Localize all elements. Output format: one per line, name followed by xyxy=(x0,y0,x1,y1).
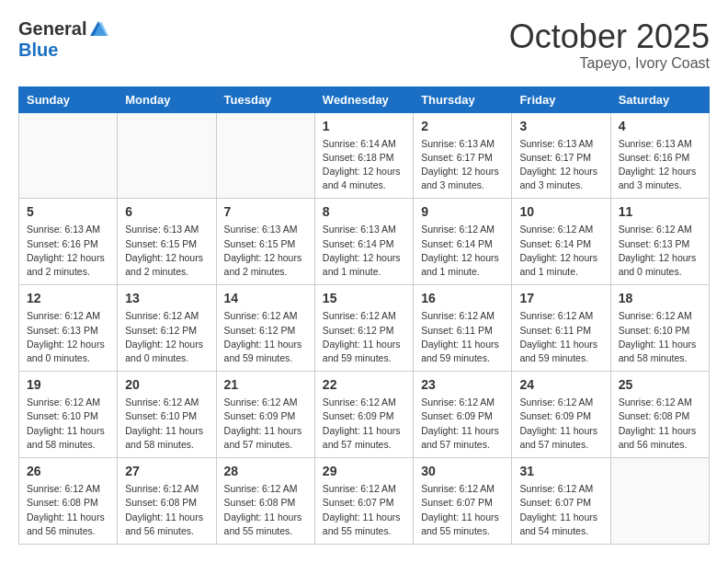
calendar-cell xyxy=(216,112,314,199)
logo: General Blue xyxy=(18,18,108,61)
location: Tapeyo, Ivory Coast xyxy=(509,55,710,72)
calendar-week-5: 26Sunrise: 6:12 AM Sunset: 6:08 PM Dayli… xyxy=(19,458,710,545)
logo-blue-text: Blue xyxy=(18,40,58,61)
day-info: Sunrise: 6:12 AM Sunset: 6:08 PM Dayligh… xyxy=(27,482,109,538)
calendar-cell: 11Sunrise: 6:12 AM Sunset: 6:13 PM Dayli… xyxy=(610,199,709,285)
day-number: 22 xyxy=(323,377,405,392)
calendar-cell: 19Sunrise: 6:12 AM Sunset: 6:10 PM Dayli… xyxy=(19,372,118,458)
calendar-cell: 9Sunrise: 6:12 AM Sunset: 6:14 PM Daylig… xyxy=(414,199,512,285)
day-number: 20 xyxy=(125,377,208,392)
calendar-cell: 29Sunrise: 6:12 AM Sunset: 6:07 PM Dayli… xyxy=(314,458,413,545)
calendar-cell xyxy=(118,112,216,199)
day-info: Sunrise: 6:12 AM Sunset: 6:09 PM Dayligh… xyxy=(224,396,307,452)
day-info: Sunrise: 6:13 AM Sunset: 6:16 PM Dayligh… xyxy=(619,137,701,193)
day-number: 9 xyxy=(421,204,504,219)
day-number: 6 xyxy=(125,204,208,219)
calendar-cell: 21Sunrise: 6:12 AM Sunset: 6:09 PM Dayli… xyxy=(216,372,314,458)
calendar-cell: 24Sunrise: 6:12 AM Sunset: 6:09 PM Dayli… xyxy=(512,372,610,458)
calendar-cell: 30Sunrise: 6:12 AM Sunset: 6:07 PM Dayli… xyxy=(414,458,512,545)
calendar-cell: 18Sunrise: 6:12 AM Sunset: 6:10 PM Dayli… xyxy=(610,285,709,372)
day-number: 15 xyxy=(323,291,405,305)
logo-icon xyxy=(88,19,108,40)
day-info: Sunrise: 6:12 AM Sunset: 6:08 PM Dayligh… xyxy=(125,482,208,538)
day-number: 19 xyxy=(27,377,109,392)
calendar-cell: 2Sunrise: 6:13 AM Sunset: 6:17 PM Daylig… xyxy=(414,112,512,199)
calendar-cell: 10Sunrise: 6:12 AM Sunset: 6:14 PM Dayli… xyxy=(512,199,610,285)
day-info: Sunrise: 6:12 AM Sunset: 6:10 PM Dayligh… xyxy=(125,396,208,452)
day-info: Sunrise: 6:13 AM Sunset: 6:17 PM Dayligh… xyxy=(421,137,504,193)
day-info: Sunrise: 6:12 AM Sunset: 6:10 PM Dayligh… xyxy=(27,396,109,452)
day-number: 16 xyxy=(421,291,504,305)
day-number: 26 xyxy=(27,464,109,478)
calendar-cell: 26Sunrise: 6:12 AM Sunset: 6:08 PM Dayli… xyxy=(19,458,118,545)
day-info: Sunrise: 6:12 AM Sunset: 6:07 PM Dayligh… xyxy=(323,482,405,538)
calendar-cell: 13Sunrise: 6:12 AM Sunset: 6:12 PM Dayli… xyxy=(118,285,216,372)
day-number: 21 xyxy=(224,377,307,392)
logo-general-text: General xyxy=(18,18,86,40)
calendar-cell: 23Sunrise: 6:12 AM Sunset: 6:09 PM Dayli… xyxy=(414,372,512,458)
calendar-cell: 20Sunrise: 6:12 AM Sunset: 6:10 PM Dayli… xyxy=(118,372,216,458)
day-info: Sunrise: 6:13 AM Sunset: 6:14 PM Dayligh… xyxy=(323,223,405,279)
calendar-cell: 6Sunrise: 6:13 AM Sunset: 6:15 PM Daylig… xyxy=(118,199,216,285)
calendar-cell: 3Sunrise: 6:13 AM Sunset: 6:17 PM Daylig… xyxy=(512,112,610,199)
day-info: Sunrise: 6:14 AM Sunset: 6:18 PM Dayligh… xyxy=(323,137,405,193)
day-number: 23 xyxy=(421,377,504,392)
day-number: 7 xyxy=(224,204,307,219)
calendar-cell: 31Sunrise: 6:12 AM Sunset: 6:07 PM Dayli… xyxy=(512,458,610,545)
calendar-cell: 12Sunrise: 6:12 AM Sunset: 6:13 PM Dayli… xyxy=(19,285,118,372)
calendar-header-row: Sunday Monday Tuesday Wednesday Thursday… xyxy=(19,86,710,112)
day-info: Sunrise: 6:13 AM Sunset: 6:17 PM Dayligh… xyxy=(519,137,602,193)
day-number: 13 xyxy=(125,291,208,305)
day-number: 17 xyxy=(519,291,602,305)
day-number: 28 xyxy=(224,464,307,478)
day-number: 11 xyxy=(619,204,701,219)
day-info: Sunrise: 6:12 AM Sunset: 6:14 PM Dayligh… xyxy=(421,223,504,279)
day-info: Sunrise: 6:12 AM Sunset: 6:12 PM Dayligh… xyxy=(125,309,208,365)
day-number: 18 xyxy=(619,291,701,305)
day-number: 30 xyxy=(421,464,504,478)
calendar-week-1: 1Sunrise: 6:14 AM Sunset: 6:18 PM Daylig… xyxy=(19,112,710,199)
calendar-cell: 22Sunrise: 6:12 AM Sunset: 6:09 PM Dayli… xyxy=(314,372,413,458)
day-number: 29 xyxy=(323,464,405,478)
calendar-cell: 5Sunrise: 6:13 AM Sunset: 6:16 PM Daylig… xyxy=(19,199,118,285)
header-thursday: Thursday xyxy=(414,86,512,112)
calendar-cell: 4Sunrise: 6:13 AM Sunset: 6:16 PM Daylig… xyxy=(610,112,709,199)
day-number: 1 xyxy=(323,119,405,133)
day-info: Sunrise: 6:12 AM Sunset: 6:07 PM Dayligh… xyxy=(421,482,504,538)
calendar-cell: 27Sunrise: 6:12 AM Sunset: 6:08 PM Dayli… xyxy=(118,458,216,545)
calendar-cell: 1Sunrise: 6:14 AM Sunset: 6:18 PM Daylig… xyxy=(314,112,413,199)
day-number: 24 xyxy=(519,377,602,392)
day-info: Sunrise: 6:12 AM Sunset: 6:13 PM Dayligh… xyxy=(27,309,109,365)
day-info: Sunrise: 6:12 AM Sunset: 6:07 PM Dayligh… xyxy=(519,482,602,538)
calendar-cell: 14Sunrise: 6:12 AM Sunset: 6:12 PM Dayli… xyxy=(216,285,314,372)
day-info: Sunrise: 6:12 AM Sunset: 6:12 PM Dayligh… xyxy=(224,309,307,365)
day-info: Sunrise: 6:13 AM Sunset: 6:15 PM Dayligh… xyxy=(125,223,208,279)
page-header: General Blue October 2025 Tapeyo, Ivory … xyxy=(18,18,710,72)
day-number: 10 xyxy=(519,204,602,219)
calendar-cell: 7Sunrise: 6:13 AM Sunset: 6:15 PM Daylig… xyxy=(216,199,314,285)
calendar-cell: 16Sunrise: 6:12 AM Sunset: 6:11 PM Dayli… xyxy=(414,285,512,372)
calendar-cell xyxy=(19,112,118,199)
day-info: Sunrise: 6:13 AM Sunset: 6:16 PM Dayligh… xyxy=(27,223,109,279)
day-number: 27 xyxy=(125,464,208,478)
calendar-table: Sunday Monday Tuesday Wednesday Thursday… xyxy=(18,86,710,545)
day-number: 3 xyxy=(519,119,602,133)
day-info: Sunrise: 6:12 AM Sunset: 6:09 PM Dayligh… xyxy=(323,396,405,452)
calendar-cell: 15Sunrise: 6:12 AM Sunset: 6:12 PM Dayli… xyxy=(314,285,413,372)
header-sunday: Sunday xyxy=(19,86,118,112)
calendar-cell: 17Sunrise: 6:12 AM Sunset: 6:11 PM Dayli… xyxy=(512,285,610,372)
header-friday: Friday xyxy=(512,86,610,112)
calendar-week-2: 5Sunrise: 6:13 AM Sunset: 6:16 PM Daylig… xyxy=(19,199,710,285)
day-info: Sunrise: 6:12 AM Sunset: 6:08 PM Dayligh… xyxy=(224,482,307,538)
day-info: Sunrise: 6:12 AM Sunset: 6:13 PM Dayligh… xyxy=(619,223,701,279)
day-info: Sunrise: 6:12 AM Sunset: 6:11 PM Dayligh… xyxy=(519,309,602,365)
day-number: 12 xyxy=(27,291,109,305)
calendar-cell xyxy=(610,458,709,545)
day-info: Sunrise: 6:12 AM Sunset: 6:08 PM Dayligh… xyxy=(619,396,701,452)
day-info: Sunrise: 6:12 AM Sunset: 6:09 PM Dayligh… xyxy=(519,396,602,452)
day-info: Sunrise: 6:12 AM Sunset: 6:14 PM Dayligh… xyxy=(519,223,602,279)
title-section: October 2025 Tapeyo, Ivory Coast xyxy=(509,18,710,72)
header-tuesday: Tuesday xyxy=(216,86,314,112)
day-number: 2 xyxy=(421,119,504,133)
day-info: Sunrise: 6:13 AM Sunset: 6:15 PM Dayligh… xyxy=(224,223,307,279)
